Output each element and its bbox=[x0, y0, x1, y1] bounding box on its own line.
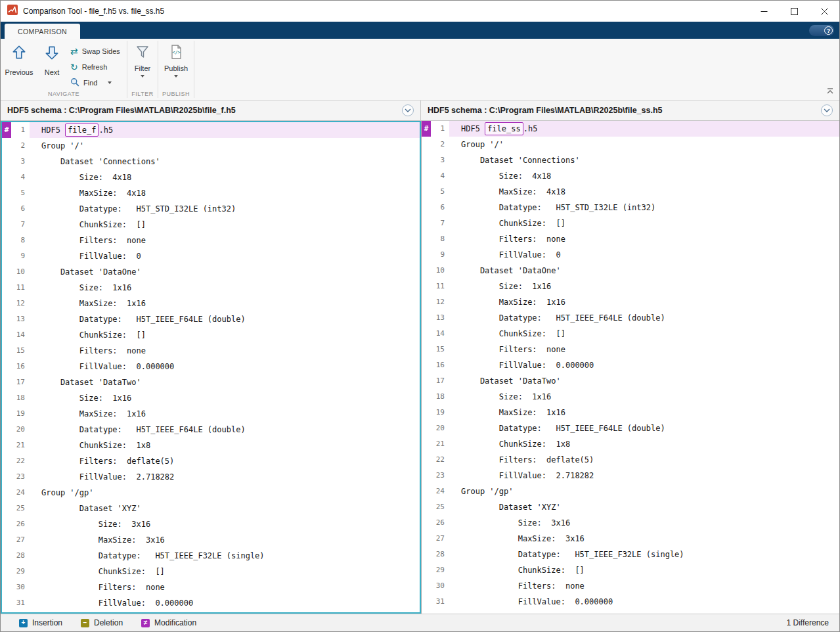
code-line[interactable]: 17 Dataset 'DataTwo' bbox=[2, 374, 420, 390]
line-number: 18 bbox=[11, 390, 30, 406]
left-pane-collapse-button[interactable] bbox=[402, 104, 414, 116]
ribbon-tab-strip: COMPARISON ? bbox=[1, 22, 839, 39]
code-line[interactable]: 6 Datatype: H5T_STD_I32LE (int32) bbox=[2, 201, 420, 217]
code-line[interactable]: 30 Filters: none bbox=[422, 578, 839, 594]
code-line[interactable]: 31 FillValue: 0.000000 bbox=[422, 594, 839, 610]
code-line[interactable]: 11 Size: 1x16 bbox=[2, 280, 420, 296]
code-line[interactable]: 11 Size: 1x16 bbox=[422, 279, 839, 294]
next-button[interactable]: Next bbox=[37, 39, 66, 91]
line-text: MaxSize: 4x18 bbox=[30, 185, 420, 201]
code-line[interactable]: 10 Dataset 'DataOne' bbox=[422, 263, 839, 279]
code-line[interactable]: 12 MaxSize: 1x16 bbox=[422, 294, 839, 310]
code-line[interactable]: 7 ChunkSize: [] bbox=[422, 215, 839, 231]
code-line[interactable]: 3 Dataset 'Connections' bbox=[422, 152, 839, 168]
code-line[interactable]: 5 MaxSize: 4x18 bbox=[2, 185, 420, 201]
line-text: Filters: none bbox=[449, 342, 839, 357]
code-line[interactable]: 25 Dataset 'XYZ' bbox=[2, 501, 420, 516]
line-number: 30 bbox=[431, 578, 449, 594]
help-button[interactable]: ? bbox=[809, 25, 834, 36]
code-line[interactable]: 14 ChunkSize: [] bbox=[422, 326, 839, 342]
minimize-button[interactable] bbox=[749, 1, 779, 22]
previous-button[interactable]: Previous bbox=[1, 39, 37, 91]
code-line[interactable]: 27 MaxSize: 3x16 bbox=[2, 532, 420, 548]
code-line[interactable]: 29 ChunkSize: [] bbox=[2, 564, 420, 579]
collapse-ribbon-button[interactable] bbox=[826, 85, 834, 97]
code-line[interactable]: 18 Size: 1x16 bbox=[2, 390, 420, 406]
code-line[interactable]: 4 Size: 4x18 bbox=[422, 168, 839, 184]
code-line[interactable]: 24Group '/gp' bbox=[422, 484, 839, 499]
line-number: 12 bbox=[431, 294, 449, 310]
code-line[interactable]: 13 Datatype: H5T_IEEE_F64LE (double) bbox=[422, 310, 839, 326]
code-line[interactable]: 16 FillValue: 0.000000 bbox=[2, 359, 420, 374]
code-line[interactable]: 29 ChunkSize: [] bbox=[422, 562, 839, 578]
line-number: 25 bbox=[431, 499, 449, 515]
line-number: 9 bbox=[11, 248, 30, 264]
code-line[interactable]: 22 Filters: deflate(5) bbox=[422, 452, 839, 468]
code-line[interactable]: 24Group '/gp' bbox=[2, 485, 420, 501]
code-line[interactable]: 26 Size: 3x16 bbox=[422, 515, 839, 531]
line-number: 27 bbox=[11, 532, 30, 548]
code-line[interactable]: 15 Filters: none bbox=[2, 343, 420, 359]
code-line[interactable]: 19 MaxSize: 1x16 bbox=[2, 406, 420, 422]
line-text: Datatype: H5T_STD_I32LE (int32) bbox=[30, 201, 420, 217]
code-line[interactable]: 25 Dataset 'XYZ' bbox=[422, 499, 839, 515]
line-number: 8 bbox=[11, 233, 30, 248]
code-line[interactable]: 2Group '/' bbox=[2, 138, 420, 154]
close-button[interactable] bbox=[809, 1, 839, 22]
refresh-label: Refresh bbox=[82, 63, 108, 71]
code-line[interactable]: 28 Datatype: H5T_IEEE_F32LE (single) bbox=[2, 548, 420, 564]
code-line[interactable]: 8 Filters: none bbox=[422, 231, 839, 247]
code-line[interactable]: 3 Dataset 'Connections' bbox=[2, 154, 420, 169]
code-line[interactable]: 21 ChunkSize: 1x8 bbox=[422, 436, 839, 452]
gutter-cell bbox=[422, 215, 431, 231]
filter-button[interactable]: Filter bbox=[135, 39, 150, 91]
code-line[interactable]: 15 Filters: none bbox=[422, 342, 839, 357]
code-line[interactable]: 7 ChunkSize: [] bbox=[2, 217, 420, 233]
code-line[interactable]: 30 Filters: none bbox=[2, 579, 420, 595]
code-line[interactable]: 6 Datatype: H5T_STD_I32LE (int32) bbox=[422, 200, 839, 215]
code-line[interactable]: 18 Size: 1x16 bbox=[422, 389, 839, 405]
tab-comparison[interactable]: COMPARISON bbox=[5, 24, 80, 39]
line-number: 28 bbox=[11, 548, 30, 564]
code-line[interactable]: 5 MaxSize: 4x18 bbox=[422, 184, 839, 200]
code-line[interactable]: 20 Datatype: H5T_IEEE_F64LE (double) bbox=[2, 422, 420, 438]
code-line[interactable]: 22 Filters: deflate(5) bbox=[2, 453, 420, 469]
code-line[interactable]: 9 FillValue: 0 bbox=[2, 248, 420, 264]
right-pane-collapse-button[interactable] bbox=[821, 104, 833, 116]
code-line[interactable]: 17 Dataset 'DataTwo' bbox=[422, 373, 839, 389]
code-line[interactable]: 26 Size: 3x16 bbox=[2, 516, 420, 532]
line-text: Datatype: H5T_IEEE_F32LE (single) bbox=[449, 547, 839, 562]
gutter-cell bbox=[422, 468, 431, 484]
publish-button[interactable]: </> Publish bbox=[164, 39, 188, 91]
code-line[interactable]: 14 ChunkSize: [] bbox=[2, 327, 420, 343]
code-line[interactable]: 9 FillValue: 0 bbox=[422, 247, 839, 263]
gutter-cell bbox=[422, 531, 431, 547]
line-text: Size: 4x18 bbox=[449, 168, 839, 184]
line-number: 14 bbox=[431, 326, 449, 342]
code-line[interactable]: 20 Datatype: H5T_IEEE_F64LE (double) bbox=[422, 420, 839, 436]
code-line[interactable]: 27 MaxSize: 3x16 bbox=[422, 531, 839, 547]
code-line[interactable]: 16 FillValue: 0.000000 bbox=[422, 357, 839, 373]
code-line[interactable]: 13 Datatype: H5T_IEEE_F64LE (double) bbox=[2, 311, 420, 327]
maximize-button[interactable] bbox=[779, 1, 809, 22]
code-line[interactable]: 19 MaxSize: 1x16 bbox=[422, 405, 839, 420]
code-line[interactable]: 2Group '/' bbox=[422, 137, 839, 152]
gutter-cell bbox=[422, 515, 431, 531]
gutter-cell bbox=[2, 201, 11, 217]
code-line[interactable]: 8 Filters: none bbox=[2, 233, 420, 248]
swap-sides-button[interactable]: ⇄ Swap Sides bbox=[66, 43, 124, 59]
code-line[interactable]: 10 Dataset 'DataOne' bbox=[2, 264, 420, 280]
code-line-modified[interactable]: #1HDF5 file_ss.h5 bbox=[422, 121, 839, 137]
refresh-button[interactable]: ↻ Refresh bbox=[66, 59, 124, 75]
find-button[interactable]: Find bbox=[66, 75, 124, 91]
code-line[interactable]: 21 ChunkSize: 1x8 bbox=[2, 438, 420, 453]
code-line[interactable]: 23 FillValue: 2.718282 bbox=[422, 468, 839, 484]
code-line[interactable]: 12 MaxSize: 1x16 bbox=[2, 296, 420, 311]
code-line[interactable]: 4 Size: 4x18 bbox=[2, 169, 420, 185]
code-line[interactable]: 23 FillValue: 2.718282 bbox=[2, 469, 420, 485]
line-number: 6 bbox=[11, 201, 30, 217]
code-line-modified[interactable]: #1HDF5 file_f.h5 bbox=[2, 122, 420, 138]
gutter-cell bbox=[422, 326, 431, 342]
code-line[interactable]: 31 FillValue: 0.000000 bbox=[2, 595, 420, 611]
code-line[interactable]: 28 Datatype: H5T_IEEE_F32LE (single) bbox=[422, 547, 839, 562]
